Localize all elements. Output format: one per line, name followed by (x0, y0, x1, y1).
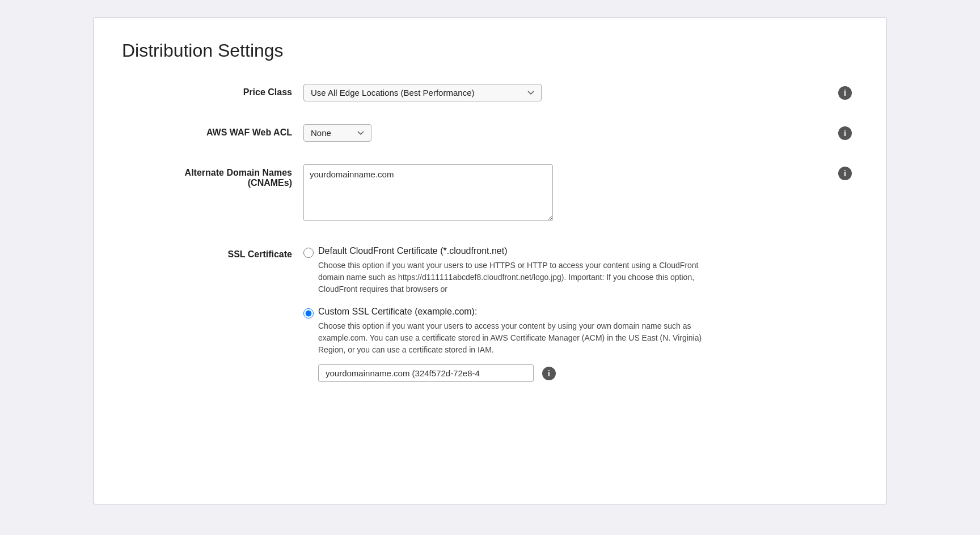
ssl-radio-default[interactable] (303, 248, 314, 258)
domain-names-info-icon[interactable]: i (838, 167, 852, 180)
waf-info-icon[interactable]: i (838, 126, 852, 140)
ssl-custom-title: Custom SSL Certificate (example.com): (318, 307, 858, 317)
price-class-row: Price Class Use All Edge Locations (Best… (122, 84, 858, 107)
ssl-custom-label-area: Custom SSL Certificate (example.com): Ch… (318, 307, 858, 382)
price-class-label: Price Class (122, 84, 303, 97)
domain-names-label-line1: Alternate Domain Names (185, 168, 292, 177)
domain-names-control-inner: yourdomainname.com (303, 164, 830, 223)
domain-names-label: Alternate Domain Names (CNAMEs) (122, 164, 303, 188)
waf-select[interactable]: None Custom ACL (303, 124, 371, 142)
domain-names-row: Alternate Domain Names (CNAMEs) yourdoma… (122, 164, 858, 229)
waf-row: AWS WAF Web ACL None Custom ACL i (122, 124, 858, 147)
cert-info-icon-wrap: i (542, 367, 556, 380)
ssl-cert-control-area: Default CloudFront Certificate (*.cloudf… (303, 246, 858, 393)
waf-info-wrap: i (830, 124, 858, 140)
main-container: Distribution Settings Price Class Use Al… (93, 17, 887, 504)
ssl-cert-control-inner: Default CloudFront Certificate (*.cloudf… (303, 246, 858, 393)
page-title: Distribution Settings (122, 40, 858, 61)
cert-input[interactable] (318, 364, 534, 382)
price-class-info-wrap: i (830, 84, 858, 100)
ssl-default-title: Default CloudFront Certificate (*.cloudf… (318, 246, 858, 256)
cert-info-icon[interactable]: i (542, 367, 556, 380)
ssl-radio-custom[interactable] (303, 308, 314, 319)
ssl-option-custom: Custom SSL Certificate (example.com): Ch… (303, 307, 858, 382)
ssl-custom-description: Choose this option if you want your user… (318, 320, 704, 356)
domain-names-textarea[interactable]: yourdomainname.com (303, 164, 553, 221)
waf-control-inner: None Custom ACL (303, 124, 830, 142)
price-class-control-area: Use All Edge Locations (Best Performance… (303, 84, 858, 101)
ssl-default-description: Choose this option if you want your user… (318, 260, 704, 295)
ssl-cert-label: SSL Certificate (122, 246, 303, 260)
ssl-cert-row: SSL Certificate Default CloudFront Certi… (122, 246, 858, 399)
domain-names-info-wrap: i (830, 164, 858, 180)
form-section: Price Class Use All Edge Locations (Best… (122, 84, 858, 399)
cert-input-row: i (318, 364, 858, 382)
waf-label: AWS WAF Web ACL (122, 124, 303, 138)
ssl-option-default: Default CloudFront Certificate (*.cloudf… (303, 246, 858, 295)
domain-names-control-area: yourdomainname.com i (303, 164, 858, 223)
price-class-info-icon[interactable]: i (838, 86, 852, 100)
ssl-default-label-area: Default CloudFront Certificate (*.cloudf… (318, 246, 858, 295)
waf-control-area: None Custom ACL i (303, 124, 858, 142)
price-class-control-inner: Use All Edge Locations (Best Performance… (303, 84, 830, 101)
domain-names-label-line2: (CNAMEs) (248, 178, 292, 188)
price-class-select[interactable]: Use All Edge Locations (Best Performance… (303, 84, 542, 101)
